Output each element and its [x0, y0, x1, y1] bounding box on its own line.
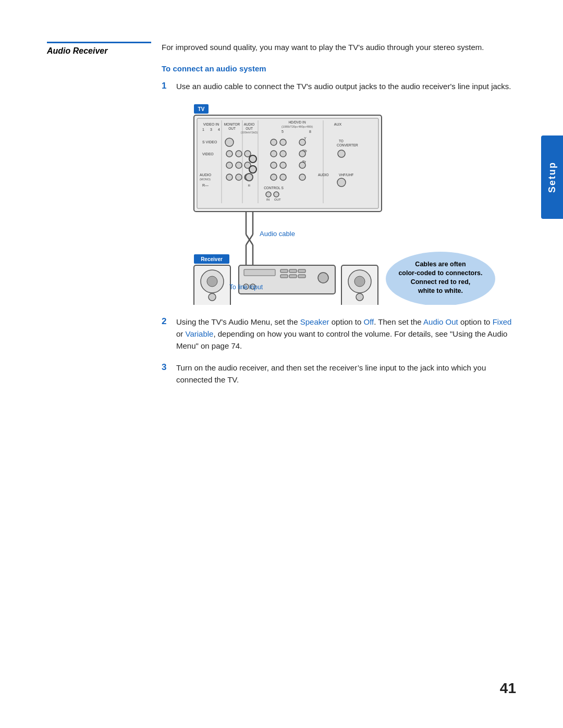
- step-3-number: 3: [162, 362, 176, 373]
- svg-rect-84: [280, 275, 288, 278]
- connection-diagram: TV VIDEO IN 1 3 4 MONITOR OUT: [162, 102, 516, 305]
- setup-tab-label: Setup: [547, 162, 558, 193]
- svg-point-51: [246, 174, 253, 181]
- svg-text:5: 5: [282, 130, 284, 133]
- svg-text:(MONO): (MONO): [200, 178, 211, 181]
- right-column: For improved sound quality, you may want…: [151, 42, 516, 395]
- svg-rect-3: [197, 118, 378, 208]
- content-area: Audio Receiver For improved sound qualit…: [47, 42, 516, 395]
- svg-text:OUT: OUT: [228, 127, 236, 130]
- step-1-text: Use an audio cable to connect the TV's a…: [176, 80, 516, 92]
- svg-text:Receiver: Receiver: [201, 256, 223, 262]
- svg-text:R—: R—: [202, 183, 209, 187]
- section-title: Audio Receiver: [47, 42, 151, 56]
- svg-point-23: [225, 138, 234, 146]
- svg-point-44: [280, 162, 286, 168]
- intro-text: For improved sound quality, you may want…: [162, 42, 516, 54]
- svg-point-96: [356, 293, 363, 301]
- subheading: To connect an audio system: [162, 64, 516, 73]
- steps-container: 2 Using the TV's Audio Menu, set the Spe…: [162, 316, 516, 386]
- left-column: Audio Receiver: [47, 42, 151, 395]
- svg-rect-83: [298, 269, 305, 273]
- svg-point-95: [354, 276, 365, 287]
- svg-text:MONITOR: MONITOR: [224, 122, 240, 126]
- svg-point-48: [226, 174, 232, 180]
- svg-text:Cables are often: Cables are often: [415, 261, 466, 268]
- svg-point-58: [249, 155, 256, 163]
- svg-text:OUT: OUT: [274, 198, 281, 201]
- svg-text:TV: TV: [198, 106, 205, 112]
- svg-text:1: 1: [202, 128, 204, 131]
- svg-point-59: [249, 166, 256, 173]
- svg-text:IN: IN: [266, 198, 270, 201]
- svg-point-34: [338, 150, 345, 157]
- svg-text:CONVERTER: CONVERTER: [337, 143, 358, 147]
- svg-point-27: [244, 151, 251, 157]
- svg-text:VIDEO IN: VIDEO IN: [203, 122, 219, 126]
- svg-text:AUDIO: AUDIO: [244, 122, 255, 126]
- svg-text:3: 3: [210, 128, 212, 131]
- svg-point-61: [337, 178, 346, 187]
- step-2: 2 Using the TV's Audio Menu, set the Spe…: [162, 316, 516, 352]
- svg-point-87: [318, 273, 328, 283]
- svg-point-64: [274, 192, 279, 197]
- svg-point-36: [271, 151, 277, 157]
- step-1-number: 1: [162, 81, 176, 91]
- svg-point-78: [209, 293, 216, 301]
- setup-tab: Setup: [541, 135, 563, 219]
- svg-point-77: [207, 276, 217, 287]
- svg-text:CONTROL S: CONTROL S: [264, 186, 284, 190]
- svg-point-38: [299, 151, 305, 157]
- svg-point-49: [236, 174, 242, 180]
- page-container: Setup 41 Audio Receiver For improved sou…: [0, 0, 563, 728]
- page-number: 41: [500, 680, 516, 697]
- svg-point-54: [271, 174, 277, 180]
- audio-out-link: Audio Out: [423, 317, 458, 326]
- svg-rect-80: [244, 269, 275, 276]
- step-3-text: Turn on the audio receiver, and then set…: [176, 362, 516, 386]
- variable-link: Variable: [186, 329, 214, 338]
- svg-rect-82: [289, 269, 297, 273]
- svg-text:AUDIO: AUDIO: [200, 173, 212, 177]
- svg-text:AUX: AUX: [334, 122, 342, 126]
- svg-text:Connect red to red,: Connect red to red,: [411, 278, 471, 286]
- svg-point-31: [299, 139, 305, 145]
- svg-point-25: [226, 151, 232, 157]
- svg-text:color-coded to connectors.: color-coded to connectors.: [398, 269, 482, 277]
- svg-text:AUDIO: AUDIO: [318, 173, 329, 177]
- svg-text:HD/DVD IN: HD/DVD IN: [288, 120, 306, 124]
- svg-text:(1080i/720p+480p+480i): (1080i/720p+480p+480i): [282, 125, 313, 128]
- speaker-link: Speaker: [300, 317, 329, 326]
- svg-text:To line input: To line input: [229, 283, 263, 291]
- svg-point-56: [299, 174, 305, 180]
- svg-text:white to white.: white to white.: [418, 287, 463, 294]
- audio-cable-label: Audio cable: [260, 230, 295, 238]
- fixed-link: Fixed: [493, 317, 512, 326]
- step-3: 3 Turn on the audio receiver, and then s…: [162, 362, 516, 386]
- diagram-area: TV VIDEO IN 1 3 4 MONITOR OUT: [162, 102, 516, 306]
- svg-point-43: [271, 162, 277, 168]
- svg-text:OUT: OUT: [246, 127, 253, 130]
- svg-text:S VIDEO: S VIDEO: [202, 140, 217, 144]
- svg-text:8: 8: [309, 130, 311, 133]
- svg-point-26: [236, 151, 242, 157]
- svg-text:VHF/UHF: VHF/UHF: [339, 173, 353, 177]
- svg-text:TO: TO: [339, 139, 344, 143]
- svg-text:4: 4: [218, 128, 220, 131]
- svg-point-39: [226, 162, 232, 168]
- svg-rect-86: [298, 275, 305, 278]
- svg-rect-81: [280, 269, 288, 273]
- step-2-number: 2: [162, 316, 176, 327]
- svg-point-55: [280, 174, 286, 180]
- svg-rect-85: [289, 275, 297, 278]
- off-link: Off: [364, 317, 374, 326]
- step-2-text: Using the TV's Audio Menu, set the Speak…: [176, 316, 516, 352]
- svg-text:VIDEO: VIDEO: [202, 152, 214, 156]
- svg-point-37: [280, 151, 286, 157]
- svg-text:R: R: [248, 184, 251, 187]
- svg-point-63: [266, 192, 271, 197]
- step-1: 1 Use an audio cable to connect the TV's…: [162, 80, 516, 92]
- svg-point-28: [271, 139, 277, 145]
- svg-point-40: [236, 162, 242, 168]
- svg-point-45: [299, 162, 305, 168]
